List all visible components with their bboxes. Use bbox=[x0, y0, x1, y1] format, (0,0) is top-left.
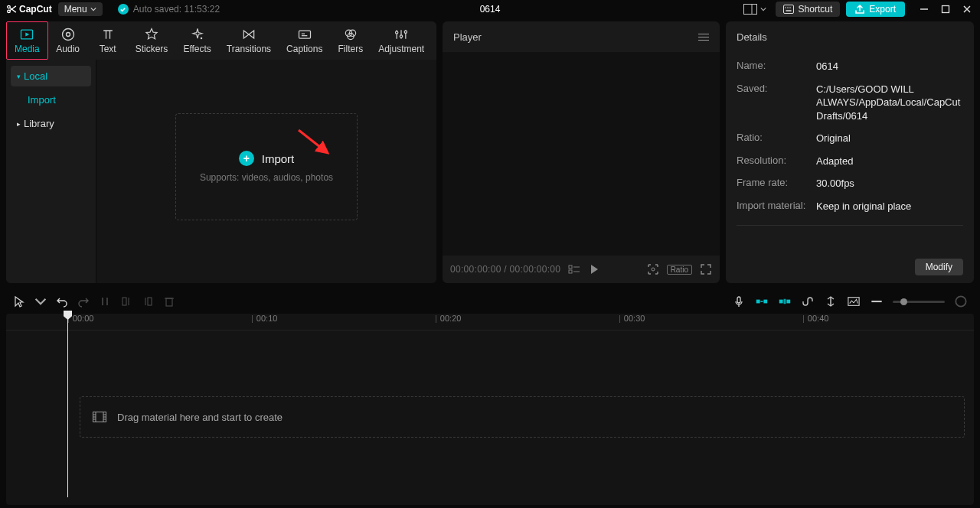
trim-right-button[interactable] bbox=[141, 295, 155, 308]
pointer-tool-button[interactable] bbox=[12, 295, 26, 308]
transitions-icon bbox=[241, 27, 256, 42]
ruler-mark: 00:40 bbox=[802, 314, 828, 323]
top-tabs: Media Audio Text Stickers Effects Transi… bbox=[6, 21, 436, 60]
window-close-button[interactable] bbox=[962, 4, 972, 15]
svg-rect-35 bbox=[122, 298, 126, 305]
undo-button[interactable] bbox=[55, 295, 69, 308]
svg-point-1 bbox=[8, 10, 11, 13]
detail-row-resolution: Resolution: Adapted bbox=[737, 150, 963, 173]
detail-key: Frame rate: bbox=[737, 177, 816, 190]
chevron-right-icon: ▸ bbox=[17, 120, 21, 128]
sidebar-item-import[interactable]: Import bbox=[11, 90, 91, 110]
captions-icon bbox=[297, 27, 312, 42]
zoom-in-button[interactable] bbox=[954, 295, 968, 308]
playhead[interactable] bbox=[67, 315, 68, 497]
svg-rect-46 bbox=[786, 300, 790, 304]
zoom-knob[interactable] bbox=[900, 298, 907, 305]
split-button[interactable] bbox=[98, 295, 112, 308]
text-icon bbox=[100, 27, 116, 42]
link-button[interactable] bbox=[801, 295, 815, 308]
voiceover-button[interactable] bbox=[732, 295, 746, 308]
timeline-ruler[interactable]: 00:00 00:10 00:20 00:30 00:40 bbox=[6, 314, 974, 331]
trim-left-button[interactable] bbox=[119, 295, 133, 308]
delete-button[interactable] bbox=[162, 295, 176, 308]
filters-icon bbox=[343, 27, 358, 42]
svg-point-13 bbox=[66, 33, 70, 37]
tab-label: Stickers bbox=[136, 44, 168, 54]
svg-point-26 bbox=[404, 31, 407, 33]
audio-icon bbox=[60, 27, 76, 42]
export-button[interactable]: Export bbox=[846, 2, 905, 17]
tab-stickers[interactable]: Stickers bbox=[128, 21, 176, 60]
detail-key: Saved: bbox=[737, 83, 816, 123]
snapshot-button[interactable] bbox=[647, 263, 659, 275]
import-dropzone[interactable]: + Import Supports: videos, audios, photo… bbox=[175, 113, 358, 220]
app-logo: CapCut bbox=[6, 4, 52, 15]
ratio-button[interactable]: Ratio bbox=[667, 265, 692, 275]
fullscreen-button[interactable] bbox=[700, 263, 712, 275]
tab-adjustment[interactable]: Adjustment bbox=[371, 21, 432, 60]
detail-value: C:/Users/GOOD WILL ALWAYS/AppData/Local/… bbox=[816, 83, 963, 123]
menu-label: Menu bbox=[64, 4, 87, 15]
svg-point-32 bbox=[652, 268, 655, 271]
svg-rect-41 bbox=[737, 297, 740, 303]
effects-icon bbox=[190, 27, 205, 42]
tool-dropdown-button[interactable] bbox=[34, 295, 47, 308]
svg-point-52 bbox=[956, 296, 965, 306]
film-icon bbox=[93, 412, 106, 422]
tab-transitions[interactable]: Transitions bbox=[219, 21, 279, 60]
timeline-dropzone[interactable]: Drag material here and start to create bbox=[80, 396, 965, 438]
app-name: CapCut bbox=[19, 4, 52, 15]
tab-text[interactable]: Text bbox=[88, 21, 128, 60]
play-button[interactable] bbox=[588, 263, 600, 275]
autosave-text: Auto saved: 11:53:22 bbox=[133, 4, 220, 15]
tab-label: Audio bbox=[56, 44, 80, 54]
chevron-down-icon bbox=[90, 6, 96, 12]
media-panel: Media Audio Text Stickers Effects Transi… bbox=[6, 21, 436, 283]
tab-label: Adjustment bbox=[378, 44, 424, 54]
cover-clip-button[interactable] bbox=[847, 295, 861, 308]
tab-label: Media bbox=[15, 44, 40, 54]
redo-button[interactable] bbox=[77, 295, 90, 308]
window-minimize-button[interactable] bbox=[919, 4, 929, 15]
player-menu-button[interactable] bbox=[698, 34, 709, 41]
upload-icon bbox=[855, 5, 864, 14]
check-icon bbox=[118, 4, 129, 15]
tab-audio[interactable]: Audio bbox=[48, 21, 88, 60]
import-subtext: Supports: videos, audios, photos bbox=[200, 172, 333, 183]
zoom-slider[interactable] bbox=[893, 301, 945, 303]
sidebar-item-local[interactable]: ▾ Local bbox=[11, 66, 91, 86]
details-panel: Details Name: 0614 Saved: C:/Users/GOOD … bbox=[726, 21, 974, 283]
magnet-main-button[interactable] bbox=[755, 295, 769, 308]
timeline[interactable]: 00:00 00:10 00:20 00:30 00:40 Drag mater… bbox=[6, 314, 974, 505]
time-current: 00:00:00:00 bbox=[450, 264, 501, 275]
zoom-out-button[interactable] bbox=[870, 295, 884, 308]
sidebar-item-library[interactable]: ▸ Library bbox=[11, 113, 91, 134]
shortcut-button[interactable]: Shortcut bbox=[776, 2, 841, 17]
detail-value: 0614 bbox=[816, 60, 963, 73]
ruler-mark: 00:30 bbox=[619, 314, 645, 323]
detail-row-framerate: Frame rate: 30.00fps bbox=[737, 172, 963, 195]
window-maximize-button[interactable] bbox=[940, 4, 951, 15]
magnet-track-button[interactable] bbox=[778, 295, 792, 308]
viewport-layout-button[interactable] bbox=[740, 2, 769, 16]
thumbnail-list-button[interactable] bbox=[568, 263, 580, 275]
tab-effects[interactable]: Effects bbox=[175, 21, 218, 60]
svg-rect-39 bbox=[166, 298, 172, 306]
modify-button[interactable]: Modify bbox=[915, 259, 963, 275]
plus-icon: + bbox=[239, 151, 254, 166]
tab-captions[interactable]: Captions bbox=[279, 21, 330, 60]
sidebar-item-label: Import bbox=[28, 94, 56, 106]
menu-button[interactable]: Menu bbox=[58, 2, 103, 16]
svg-rect-44 bbox=[760, 301, 763, 302]
preview-axis-button[interactable] bbox=[824, 295, 838, 308]
scissors-icon bbox=[6, 4, 17, 15]
sidebar-item-label: Local bbox=[24, 70, 47, 82]
timeline-drop-text: Drag material here and start to create bbox=[117, 412, 283, 423]
svg-rect-38 bbox=[148, 298, 152, 305]
tab-media[interactable]: Media bbox=[6, 21, 48, 60]
detail-key: Import material: bbox=[737, 200, 816, 213]
tab-filters[interactable]: Filters bbox=[330, 21, 371, 60]
svg-rect-15 bbox=[299, 31, 310, 38]
svg-rect-10 bbox=[942, 6, 949, 13]
